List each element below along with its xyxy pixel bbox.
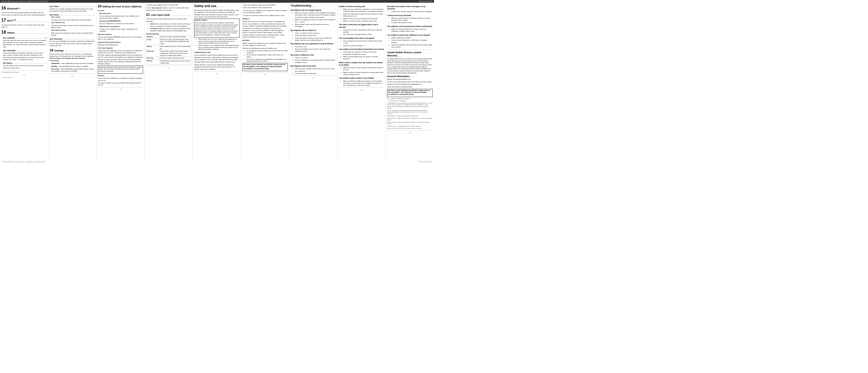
pcconnect-sol-1: Install 'Install the connection'	[391, 37, 433, 39]
column-8: Unable to receive incoming calls Make su…	[338, 3, 386, 160]
general-info-subtitle: General information	[387, 75, 410, 78]
key-sym-row: STR key Hold down fn key, then press sym…	[146, 60, 191, 64]
issue-add-contact: I am unable to add a contact in my conta…	[339, 77, 384, 86]
callername-sol-2: Your caller has concealed his/her number	[343, 33, 384, 35]
req-interface-title: Required interface:	[98, 33, 143, 35]
features-solutions: Check with your operator to make sure th…	[341, 51, 384, 60]
clock-num: 18.5	[50, 13, 53, 16]
converter-title: Converter	[54, 38, 62, 40]
charge-problem: My cellphone will not charge properly	[291, 9, 336, 11]
col1-trademark: ① 3G network only.	[1, 77, 46, 79]
datetime-label: 18.5.3 Date and time	[51, 29, 95, 31]
section-bluetooth: 16 Bluetooth™ Access this feature by pre…	[1, 5, 46, 16]
calendar-header: 18.1 Calendar 15	[3, 37, 46, 39]
battery-intro: Before removing the battery from your ce…	[242, 42, 288, 47]
supported-os-title: Supported Operating Systems:	[98, 41, 143, 43]
normal-method: Normal: this mode allows you to type a t…	[150, 23, 191, 27]
wcdma-body: – Only WCDMA network service is availabl…	[58, 65, 89, 67]
my-computer: • Go to "My computer" folder on your PC …	[146, 7, 191, 11]
traffic-safety-title: TRAFFIC SAFETY:	[195, 20, 239, 22]
divider-7	[291, 76, 336, 76]
charge-sol-1: Make sure that your battery is not compl…	[295, 12, 336, 18]
others-title: Others	[7, 31, 15, 35]
section-general-info: Alcatel Mobile Phones Limited Warranty..…	[387, 51, 433, 97]
datetime-body: Allow users to set settings of date and …	[51, 32, 95, 36]
page-num-col8: 33	[339, 89, 384, 91]
noresponse-problem: My cellphone has not responded for sever…	[291, 42, 336, 45]
column-4: • Connect your cellphone to PC via USB c…	[145, 3, 193, 160]
screen-sol-1: Clean your screen	[295, 57, 336, 59]
voicemail-access-sol-2: Try later if the network is busy	[391, 22, 433, 24]
screen-problem: My screen is difficult to read	[291, 54, 336, 56]
bluetooth-title: Bluetooth™	[7, 7, 21, 10]
sound-sol-2: Check the network strength ◯	[343, 45, 384, 47]
voicemail-access-solutions: Make sure your operator's voicemail numb…	[389, 17, 433, 24]
notdialed-solutions: Make sure that you have correctly record…	[341, 67, 384, 76]
switchon-problem: My cellphone will not switch on	[291, 29, 336, 31]
column-5: Safety and use............... We recomme…	[193, 3, 241, 160]
trademark-opera: Opera Mini™ is a registered trademark of…	[387, 115, 433, 117]
shift-key-label: Shift key	[146, 36, 160, 38]
calendar-page: 15	[45, 37, 46, 39]
webcam-note: The using of webcam may vary according t…	[98, 82, 143, 86]
callername-problem: The caller's name does not appear when a…	[339, 23, 384, 28]
addcontact-solutions: Make sure that your SIM card contacts is…	[341, 80, 384, 87]
key-del-row: Del key Press: Delete one by one. Press …	[146, 45, 191, 50]
column-2: 18.4 Tasks Enables you to easily manage …	[48, 3, 96, 160]
switchon-sol-1: Press ◯ until the screen comes on	[295, 32, 336, 34]
website-info: Website: www.alcatelmobiletech.com	[387, 79, 433, 81]
battery-item-2: Do not puncture, disassemble or cause a …	[247, 54, 288, 58]
doc-date: 2015-4-15 16:26:48	[419, 1, 432, 2]
issue-voicemail-access: I cannot access my voicemail Make sure y…	[387, 14, 433, 24]
calendar-num: 18.1	[3, 37, 6, 39]
screen-sol-2: Use your cellphone in accordance with th…	[295, 59, 336, 63]
alarm-label: 18.5.1 Alarm	[51, 16, 95, 18]
others-num: 18	[1, 29, 6, 35]
battery-warning: BATTERY: DO NOT DISPOSE OF BATTERY, IF R…	[242, 63, 288, 71]
conditions-of-use: CONDITIONS OF USE: You are advised to sw…	[194, 51, 240, 63]
enter-key-label: Enter key	[146, 57, 160, 60]
del-key-label: Del key	[146, 45, 160, 50]
safety-item-2: When switched on, your cellphone emits e…	[198, 45, 240, 51]
key-shift-row: Shift key Press once: input a capitalise…	[146, 36, 191, 38]
dots-bluetooth	[21, 9, 46, 9]
footer-filename: IP3474_900M_QG_Eng_USA_For_Certification…	[2, 161, 45, 163]
wifi-body: To access this function, press ◯ to ente…	[1, 24, 46, 28]
turnsoff-sol-2: Check the battery charge level	[295, 73, 336, 75]
dual-label: Dual mode	[51, 68, 59, 70]
safety-header: Safety and use...............	[194, 4, 240, 8]
sound-solutions: You can adjust the volume during a call …	[341, 40, 384, 47]
page-num-col4: 21	[146, 67, 191, 69]
latin-intro: There are two text entry methods that ca…	[146, 18, 191, 22]
multimedia-title: Multimedia Personalization:	[99, 25, 143, 28]
incoming-problem: Unable to receive incoming calls	[339, 5, 384, 8]
dots-others	[15, 33, 46, 34]
issue-charge: My cellphone will not charge properly Ma…	[291, 9, 336, 28]
safety-intro: We recommend that you read this chapter …	[194, 9, 240, 18]
btdetect-problem: The cellphone can't be detected by other…	[387, 25, 433, 28]
incoming-solutions: Make sure your cellphone is switched on …	[341, 8, 384, 22]
backup-title: Backup/restore:	[99, 12, 143, 15]
touchpal-method: TouchPal mode: this mode can perform pre…	[150, 28, 191, 32]
charge-sol-2: Make sure charging is carried out under …	[295, 19, 336, 23]
safety-cont-keep-clean: • Keep your cellphone clean and dust-fre…	[242, 6, 288, 9]
switchon-solutions: Press ◯ until the screen comes on Check …	[293, 32, 336, 41]
safety-item-1: When driving, do not use your cellphone …	[198, 38, 240, 44]
noresponse-solutions: Press the ◯ key Remove the battery and r…	[293, 46, 336, 53]
sym-key-label: STR key	[146, 60, 160, 64]
trademark-twitter: Twitter and the T Logo are trademarks of…	[387, 121, 433, 125]
divider-6	[242, 72, 288, 73]
tasks-title: Tasks	[54, 5, 59, 8]
section-converter: 18.6 Converter You can use the Weights a…	[50, 38, 95, 47]
issue-pc-connect: I am unable to connect my cellphone to m…	[387, 34, 433, 48]
column-3: 20 Making the most of your cellphone PC …	[96, 3, 145, 160]
notdialed-sol-2: Make sure that you have selected the cou…	[343, 71, 384, 76]
trademark-bluetooth: The Bluetooth word mark and logos are ow…	[387, 102, 433, 109]
webcam-title: Webcam:	[98, 75, 143, 77]
converter-header: 18.6 Converter	[50, 38, 95, 40]
dots-wifi	[16, 21, 46, 22]
sound-problem: The sound quality of the calls is not op…	[339, 37, 384, 39]
column-6: • Keep your cellphone away from small ch…	[241, 3, 289, 160]
pcconnect-solutions: Install 'Install the connection' Check t…	[389, 37, 433, 48]
battery-disposal-text: BATTERY: DO NOT DISPOSE OF BATTERY, IF R…	[388, 90, 432, 96]
